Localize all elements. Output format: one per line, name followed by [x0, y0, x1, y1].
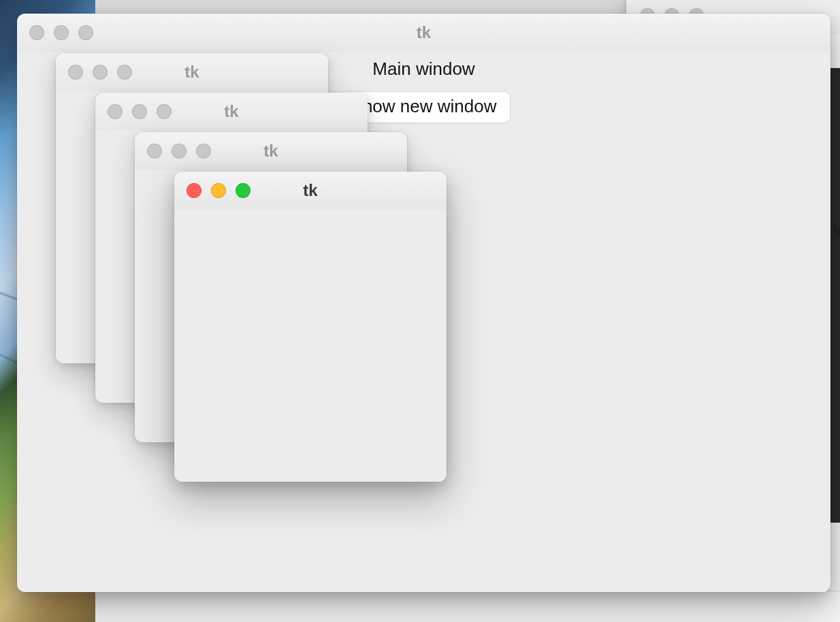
obscured-letter: v: [833, 218, 840, 240]
zoom-icon[interactable]: [78, 25, 93, 40]
zoom-icon[interactable]: [157, 104, 172, 119]
traffic-lights: [147, 144, 211, 159]
titlebar[interactable]: tk: [17, 14, 830, 52]
close-icon[interactable]: [147, 144, 162, 159]
titlebar[interactable]: tk: [174, 171, 447, 210]
close-icon[interactable]: [187, 183, 201, 198]
traffic-lights: [68, 65, 132, 80]
minimize-icon[interactable]: [172, 144, 187, 159]
obscured-lower-panel: [95, 591, 840, 622]
window-title: tk: [263, 142, 278, 161]
titlebar[interactable]: tk: [135, 132, 407, 171]
zoom-icon[interactable]: [117, 65, 132, 80]
window-title: tk: [303, 181, 317, 200]
minimize-icon[interactable]: [211, 183, 226, 198]
obscured-right-dark: [829, 68, 840, 523]
zoom-icon[interactable]: [236, 183, 251, 198]
close-icon[interactable]: [29, 25, 44, 40]
window-title: tk: [184, 63, 199, 82]
titlebar[interactable]: tk: [56, 53, 328, 92]
minimize-icon[interactable]: [54, 25, 69, 40]
titlebar[interactable]: tk: [95, 93, 368, 131]
close-icon[interactable]: [108, 104, 123, 119]
child-window-4[interactable]: tk: [174, 171, 447, 482]
close-icon[interactable]: [68, 65, 83, 80]
main-heading: Main window: [372, 59, 474, 80]
zoom-icon[interactable]: [196, 144, 211, 159]
window-title: tk: [417, 23, 431, 42]
window-content: [174, 210, 447, 482]
traffic-lights: [29, 25, 93, 40]
minimize-icon[interactable]: [93, 65, 108, 80]
window-title: tk: [224, 102, 238, 121]
minimize-icon[interactable]: [132, 104, 147, 119]
traffic-lights: [108, 104, 172, 119]
traffic-lights: [187, 183, 251, 198]
